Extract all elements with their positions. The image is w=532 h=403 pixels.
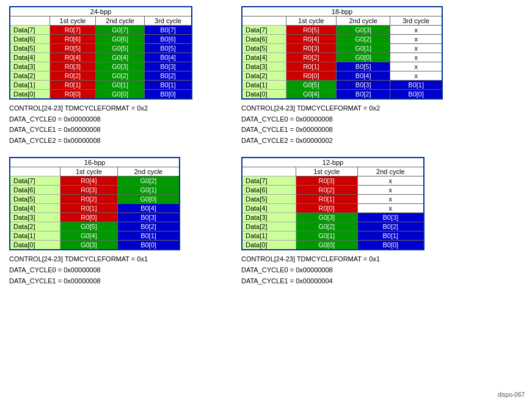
info-18bpp: CONTROL[24-23] TDMCYCLEFORMAT = 0x2DATA_… xyxy=(241,103,443,146)
label-cell: Data[3] xyxy=(10,213,60,222)
label-cell: Data[2] xyxy=(242,222,296,231)
label-cell: Data[4] xyxy=(10,53,49,62)
label-cell: Data[5] xyxy=(10,195,60,204)
info-line: CONTROL[24-23] TDMCYCLEFORMAT = 0x1 xyxy=(9,254,180,265)
data-cell: B0[3] xyxy=(357,213,424,222)
info-line: DATA_CYCLE2 = 0x00000002 xyxy=(241,136,443,147)
info-line: DATA_CYCLE1 = 0x00000008 xyxy=(9,276,180,287)
diagram-16bpp: 16-bpp 1st cycle 2nd cycle Data[7]R0[4]G… xyxy=(9,157,180,286)
col-header-1st-12: 1st cycle xyxy=(296,167,357,176)
bottom-row: 16-bpp 1st cycle 2nd cycle Data[7]R0[4]G… xyxy=(9,157,523,286)
data-cell: B0[2] xyxy=(337,90,390,100)
data-cell: B0[3] xyxy=(117,213,180,222)
data-cell: x xyxy=(390,53,442,62)
data-cell: B0[1] xyxy=(145,81,192,90)
label-cell: Data[7] xyxy=(10,176,60,186)
data-cell: G0[4] xyxy=(286,90,337,100)
data-cell: R0[2] xyxy=(296,186,357,195)
data-cell: B0[4] xyxy=(145,53,192,62)
data-cell: B0[2] xyxy=(145,71,192,81)
label-cell: Data[1] xyxy=(10,81,49,90)
info-line: CONTROL[24-23] TDMCYCLEFORMAT = 0x1 xyxy=(241,254,425,265)
data-cell: G0[1] xyxy=(117,186,180,195)
data-cell: G0[3] xyxy=(60,241,117,250)
data-cell: G0[1] xyxy=(337,44,390,53)
data-cell: R0[1] xyxy=(286,62,337,71)
data-cell: R0[0] xyxy=(286,71,337,81)
data-cell: R0[2] xyxy=(286,53,337,62)
data-cell: G0[6] xyxy=(95,35,144,44)
data-cell: G0[0] xyxy=(337,53,390,62)
col-header-1st-18: 1st cycle xyxy=(286,16,337,26)
col-header-2nd-24: 2nd cycle xyxy=(95,16,144,26)
diagram-18bpp: 18-bpp 1st cycle 2nd cycle 3rd cycle Dat… xyxy=(241,6,443,146)
data-cell: B0[4] xyxy=(117,204,180,213)
label-cell: Data[2] xyxy=(10,71,49,81)
info-line: CONTROL[24-23] TDMCYCLEFORMAT = 0x2 xyxy=(241,103,443,114)
data-cell: G0[0] xyxy=(117,195,180,204)
data-cell: B0[0] xyxy=(117,241,180,250)
data-cell: G0[2] xyxy=(337,35,390,44)
label-cell: Data[4] xyxy=(10,204,60,213)
label-cell: Data[7] xyxy=(242,176,296,186)
data-cell: x xyxy=(357,186,424,195)
info-line: DATA_CYCLE0 = 0x00000008 xyxy=(241,265,425,276)
data-cell: B0[2] xyxy=(357,222,424,231)
title-18bpp: 18-bpp xyxy=(242,7,442,16)
data-cell: B0[3] xyxy=(337,81,390,90)
label-cell: Data[2] xyxy=(10,222,60,231)
col-header-3rd-24: 3rd cycle xyxy=(145,16,192,26)
data-cell: B0[1] xyxy=(390,81,442,90)
data-cell: R0[3] xyxy=(60,186,117,195)
table-18bpp: 18-bpp 1st cycle 2nd cycle 3rd cycle Dat… xyxy=(241,6,443,100)
label-cell: Data[6] xyxy=(10,35,49,44)
label-cell: Data[3] xyxy=(242,62,286,71)
data-cell: x xyxy=(390,62,442,71)
label-cell: Data[6] xyxy=(242,186,296,195)
label-cell: Data[0] xyxy=(242,241,296,250)
label-cell: Data[3] xyxy=(242,213,296,222)
data-cell: R0[5] xyxy=(286,26,337,35)
data-cell: R0[1] xyxy=(49,81,95,90)
col-header-3rd-18: 3rd cycle xyxy=(390,16,442,26)
data-cell: R0[1] xyxy=(60,204,117,213)
info-line: DATA_CYCLE0 = 0x00000008 xyxy=(9,114,192,125)
data-cell: G0[5] xyxy=(286,81,337,90)
data-cell: x xyxy=(390,35,442,44)
data-cell: R0[0] xyxy=(296,204,357,213)
col-header-1st-24: 1st cycle xyxy=(49,16,95,26)
info-24bpp: CONTROL[24-23] TDMCYCLEFORMAT = 0x2DATA_… xyxy=(9,103,192,146)
data-cell: R0[1] xyxy=(296,195,357,204)
label-cell: Data[5] xyxy=(242,44,286,53)
table-24bpp: 24-bpp 1st cycle 2nd cycle 3rd cycle Dat… xyxy=(9,6,192,100)
col-header-2nd-12: 2nd cycle xyxy=(357,167,424,176)
data-cell: G0[4] xyxy=(60,231,117,241)
data-cell: R0[4] xyxy=(286,35,337,44)
info-line: DATA_CYCLE1 = 0x00000008 xyxy=(9,125,192,136)
data-cell: B0[0] xyxy=(145,90,192,100)
page-container: 24-bpp 1st cycle 2nd cycle 3rd cycle Dat… xyxy=(0,0,532,303)
data-cell: G0[1] xyxy=(296,231,357,241)
info-line: DATA_CYCLE0 = 0x00000008 xyxy=(241,114,443,125)
data-cell: B0[5] xyxy=(337,62,390,71)
label-cell: Data[4] xyxy=(242,204,296,213)
label-cell: Data[5] xyxy=(242,195,296,204)
data-cell: G0[2] xyxy=(117,176,180,186)
label-cell: Data[0] xyxy=(242,90,286,100)
data-cell: G0[0] xyxy=(95,90,144,100)
data-cell: R0[0] xyxy=(49,90,95,100)
data-cell: G0[2] xyxy=(95,71,144,81)
info-16bpp: CONTROL[24-23] TDMCYCLEFORMAT = 0x1DATA_… xyxy=(9,254,180,286)
info-12bpp: CONTROL[24-23] TDMCYCLEFORMAT = 0x1DATA_… xyxy=(241,254,425,286)
data-cell: G0[5] xyxy=(60,222,117,231)
label-cell: Data[2] xyxy=(242,71,286,81)
data-cell: R0[7] xyxy=(49,26,95,35)
data-cell: G0[7] xyxy=(95,26,144,35)
data-cell: R0[5] xyxy=(49,44,95,53)
data-cell: R0[4] xyxy=(60,176,117,186)
label-cell: Data[0] xyxy=(10,90,49,100)
info-line: DATA_CYCLE1 = 0x00000004 xyxy=(241,276,425,287)
data-cell: B0[7] xyxy=(145,26,192,35)
label-cell: Data[7] xyxy=(242,26,286,35)
data-cell: B0[4] xyxy=(337,71,390,81)
